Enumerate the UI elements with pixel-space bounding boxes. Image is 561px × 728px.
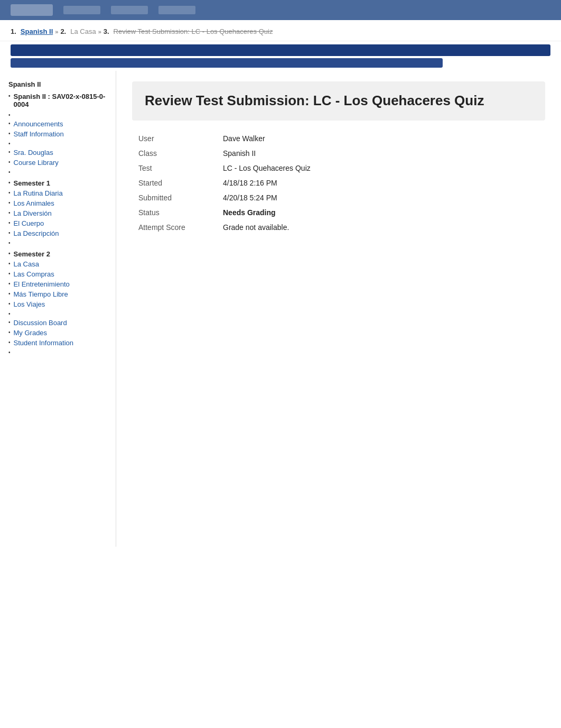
table-row-attempt-score: Attempt Score Grade not available. — [132, 220, 545, 235]
sidebar-item-el-cuerpo[interactable]: • El Cuerpo — [0, 218, 116, 228]
sidebar-spacer-item-2: • — [0, 139, 116, 148]
sidebar-course-code-text: Spanish II : SAV02-x-0815-0-0004 — [14, 93, 111, 108]
sidebar-semester2-title: • Semester 2 — [0, 247, 116, 259]
main-container: Spanish II • Spanish II : SAV02-x-0815-0… — [0, 71, 561, 547]
sidebar-link-sra-douglas[interactable]: Sra. Douglas — [14, 149, 53, 156]
sidebar-spacer-item-1: • — [0, 110, 116, 119]
bullet-icon: • — [8, 159, 11, 165]
sidebar-link-el-entretenimiento[interactable]: El Entretenimiento — [14, 280, 70, 288]
blurred-bar-bottom — [11, 58, 443, 68]
bullet-icon: • — [8, 131, 11, 136]
sidebar-item-la-diversion[interactable]: • La Diversión — [0, 208, 116, 218]
sidebar-semester1-label: Semester 1 — [14, 179, 50, 187]
sidebar-semester1-title: • Semester 1 — [0, 176, 116, 188]
bullet-icon: • — [8, 141, 11, 146]
bullet-icon: • — [8, 210, 11, 216]
sidebar-link-mas-tiempo-libre[interactable]: Más Tiempo Libre — [14, 290, 68, 298]
sidebar-spacer-item-6: • — [0, 348, 116, 356]
started-label: Started — [132, 176, 217, 190]
sidebar-link-announcements[interactable]: Announcements — [14, 120, 63, 128]
sidebar-item-course-library[interactable]: • Course Library — [0, 158, 116, 168]
sidebar-item-las-compras[interactable]: • Las Compras — [0, 269, 116, 279]
sidebar-link-las-compras[interactable]: Las Compras — [14, 270, 54, 278]
bullet-icon: • — [8, 319, 11, 325]
bullet-icon: • — [8, 271, 11, 277]
sidebar-semester2-label: Semester 2 — [14, 250, 50, 258]
sidebar-spacer-item-4: • — [0, 238, 116, 247]
sidebar-item-la-rutina-diaria[interactable]: • La Rutina Diaria — [0, 188, 116, 198]
bullet-icon: • — [8, 261, 11, 266]
test-label: Test — [132, 161, 217, 176]
table-row-submitted: Submitted 4/20/18 5:24 PM — [132, 190, 545, 205]
bullet-icon: • — [8, 291, 11, 297]
sidebar-link-course-library[interactable]: Course Library — [14, 159, 59, 167]
bullet-icon: • — [8, 112, 11, 118]
page-title: Review Test Submission: LC - Los Quehace… — [132, 81, 545, 121]
sidebar-link-staff-information[interactable]: Staff Information — [14, 130, 64, 138]
sidebar-link-la-descripcion[interactable]: La Descripción — [14, 229, 59, 237]
bullet-icon: • — [8, 180, 11, 186]
sidebar-item-staff-information[interactable]: • Staff Information — [0, 129, 116, 139]
bullet-icon: • — [8, 121, 11, 126]
table-row-status: Status Needs Grading — [132, 205, 545, 220]
table-row-user: User Dave Walker — [132, 131, 545, 146]
breadcrumb-sep-1: » — [55, 29, 58, 35]
bullet-icon: • — [8, 240, 11, 246]
breadcrumb-link-1[interactable]: Spanish II — [21, 27, 53, 35]
breadcrumb-num-1: 1. — [11, 27, 16, 35]
breadcrumb-num-3: 3. — [104, 27, 109, 35]
nav-item-blur-3 — [158, 6, 195, 14]
blurred-bar-top — [11, 44, 550, 56]
attempt-score-value: Grade not available. — [217, 220, 545, 235]
class-value: Spanish II — [217, 146, 545, 161]
breadcrumb-num-2: 2. — [60, 27, 66, 35]
bullet-icon: • — [8, 301, 11, 307]
sidebar-item-announcements[interactable]: • Announcements — [0, 119, 116, 129]
sidebar-link-los-animales[interactable]: Los Animales — [14, 199, 54, 207]
breadcrumb-area: 1. Spanish II » 2. La Casa » 3. Review T… — [0, 20, 561, 41]
sidebar-item-los-viajes[interactable]: • Los Viajes — [0, 299, 116, 309]
bullet-icon: • — [8, 220, 11, 226]
sidebar-link-la-casa[interactable]: La Casa — [14, 260, 39, 268]
sidebar-item-my-grades[interactable]: • My Grades — [0, 328, 116, 338]
user-value: Dave Walker — [217, 131, 545, 146]
nav-item-blur-1 — [63, 6, 100, 14]
sidebar-item-mas-tiempo-libre[interactable]: • Más Tiempo Libre — [0, 289, 116, 299]
table-row-test: Test LC - Los Quehaceres Quiz — [132, 161, 545, 176]
breadcrumb-sep-2: » — [98, 29, 101, 35]
submitted-value: 4/20/18 5:24 PM — [217, 190, 545, 205]
bullet-icon: • — [8, 339, 11, 345]
sidebar-item-los-animales[interactable]: • Los Animales — [0, 198, 116, 208]
submission-info-table: User Dave Walker Class Spanish II Test L… — [132, 131, 545, 235]
breadcrumb: 1. Spanish II » 2. La Casa » 3. Review T… — [11, 25, 550, 38]
sidebar-link-my-grades[interactable]: My Grades — [14, 329, 48, 337]
top-nav-bar — [0, 0, 561, 20]
brand-logo-blur — [11, 4, 53, 16]
sidebar-link-los-viajes[interactable]: Los Viajes — [14, 300, 45, 308]
sidebar-link-la-rutina-diaria[interactable]: La Rutina Diaria — [14, 189, 63, 197]
sidebar-link-discussion-board[interactable]: Discussion Board — [14, 319, 67, 327]
test-value: LC - Los Quehaceres Quiz — [217, 161, 545, 176]
sidebar-item-sra-douglas[interactable]: • Sra. Douglas — [0, 148, 116, 158]
status-badge: Needs Grading — [217, 205, 545, 220]
sidebar-item-el-entretenimiento[interactable]: • El Entretenimiento — [0, 279, 116, 289]
sidebar-item-discussion-board[interactable]: • Discussion Board — [0, 318, 116, 328]
status-label: Status — [132, 205, 217, 220]
sidebar-item-student-information[interactable]: • Student Information — [0, 338, 116, 348]
sidebar-item-la-casa[interactable]: • La Casa — [0, 259, 116, 269]
sidebar-item-la-descripcion[interactable]: • La Descripción — [0, 228, 116, 238]
table-row-class: Class Spanish II — [132, 146, 545, 161]
class-label: Class — [132, 146, 217, 161]
sidebar-course-code: • Spanish II : SAV02-x-0815-0-0004 — [0, 90, 116, 110]
started-value: 4/18/18 2:16 PM — [217, 176, 545, 190]
bullet-icon: • — [8, 230, 11, 236]
bullet-icon: • — [8, 311, 11, 317]
bullet-icon: • — [8, 149, 11, 155]
bullet-icon: • — [8, 349, 11, 355]
sidebar-link-student-information[interactable]: Student Information — [14, 339, 73, 347]
sidebar-link-la-diversion[interactable]: La Diversión — [14, 209, 52, 217]
bullet-icon: • — [8, 200, 11, 206]
sidebar-link-el-cuerpo[interactable]: El Cuerpo — [14, 219, 44, 227]
user-label: User — [132, 131, 217, 146]
bullet-icon: • — [8, 190, 11, 196]
